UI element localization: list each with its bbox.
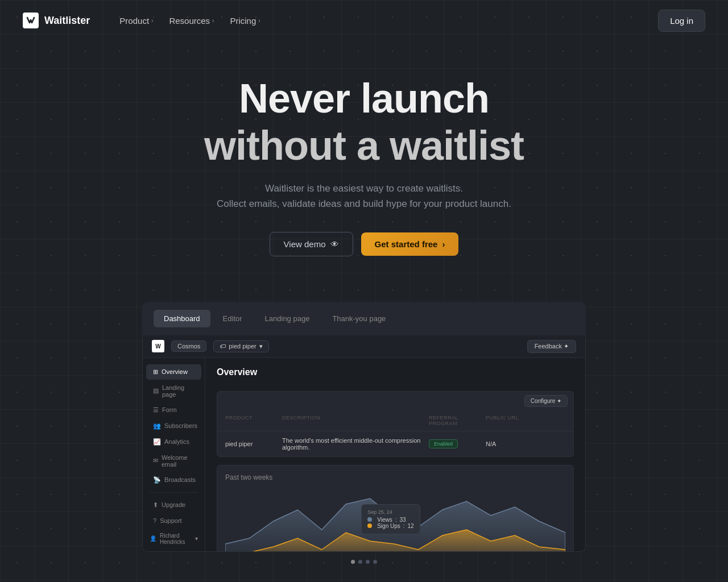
public-url: N/A	[486, 440, 531, 447]
workspace-badge: Cosmos	[171, 340, 206, 352]
overview-icon: ⊞	[153, 368, 158, 376]
app-logo-small: W	[152, 340, 164, 352]
project-selector[interactable]: 🏷 pied piper ▾	[213, 340, 268, 352]
chart-title: Past two weeks	[225, 473, 565, 481]
referral-status: Enabled	[429, 439, 486, 448]
app-body: ⊞ Overview ▤ Landing page ☰ Form 👥 Subsc…	[143, 358, 585, 551]
user-chevron-icon: ▾	[195, 535, 198, 542]
dot-3[interactable]	[366, 560, 370, 564]
app-main: Overview Configure ✦ PRODUCT DESCRIPTION…	[205, 358, 585, 551]
sidebar-item-analytics[interactable]: 📈 Analytics	[146, 434, 201, 450]
product-chevron-icon: ›	[151, 18, 153, 24]
form-icon: ☰	[153, 406, 159, 414]
chart-area: Sep 25, 24 Views: 33 Sign Ups: 12	[225, 487, 565, 551]
nav-links: Product › Resources › Pricing ›	[113, 11, 267, 30]
nav-resources[interactable]: Resources ›	[162, 11, 221, 30]
sidebar-item-overview[interactable]: ⊞ Overview	[146, 364, 201, 380]
hero-headline: Never launch without a waitlist	[23, 75, 705, 169]
email-icon: ✉	[153, 457, 158, 464]
navbar: Waitlister Product › Resources › Pricing…	[0, 0, 728, 41]
col-product: PRODUCT	[225, 415, 282, 426]
dropdown-chevron-icon: ▾	[259, 343, 263, 350]
col-description: DESCRIPTION	[282, 415, 429, 426]
product-name: pied piper	[225, 440, 282, 447]
eye-icon: 👁	[330, 239, 339, 249]
support-icon: ?	[153, 517, 156, 524]
tab-editor[interactable]: Editor	[213, 310, 253, 327]
sidebar-item-landing-page[interactable]: ▤ Landing page	[146, 380, 201, 402]
tab-dashboard[interactable]: Dashboard	[154, 310, 210, 327]
dashboard-preview: Dashboard Editor Landing page Thank-you …	[142, 302, 586, 572]
col-referral: REFERRAL PROGRAM	[429, 415, 486, 426]
hero-subtitle: Waitlister is the easiest way to create …	[23, 181, 705, 211]
tab-landing-page[interactable]: Landing page	[255, 310, 320, 327]
preview-window: W Cosmos 🏷 pied piper ▾ Feedback ✦ ⊞ Ove…	[142, 335, 586, 552]
table-header: PRODUCT DESCRIPTION REFERRAL PROGRAM PUB…	[217, 410, 573, 431]
pricing-chevron-icon: ›	[258, 18, 260, 24]
tooltip-date: Sep 25, 24	[367, 509, 413, 515]
feedback-button[interactable]: Feedback ✦	[527, 340, 576, 353]
get-started-button[interactable]: Get started free ›	[361, 232, 459, 256]
dot-1[interactable]	[351, 560, 355, 564]
chart-section: Past two weeks	[217, 465, 574, 551]
landing-page-icon: ▤	[153, 387, 159, 394]
product-description: The world's most efficient middle-out co…	[282, 437, 429, 451]
sidebar-user: 👤 Richard Hendricks ▾	[143, 529, 205, 549]
sidebar-divider	[150, 492, 198, 493]
tooltip-views-row: Views: 33	[367, 517, 413, 523]
sidebar-item-subscribers[interactable]: 👥 Subscribers	[146, 418, 201, 434]
login-button[interactable]: Log in	[658, 10, 705, 32]
tab-thank-you[interactable]: Thank-you page	[322, 310, 396, 327]
hero-buttons: View demo 👁 Get started free ›	[23, 232, 705, 256]
dot-4[interactable]	[373, 560, 377, 564]
arrow-icon: ›	[442, 239, 445, 249]
broadcasts-icon: 📡	[153, 476, 161, 484]
upgrade-icon: ⬆	[153, 501, 158, 509]
sidebar-item-welcome-email[interactable]: ✉ Welcome email	[146, 450, 201, 472]
overview-title: Overview	[217, 367, 257, 377]
logo[interactable]: Waitlister	[23, 13, 90, 28]
signups-dot-icon	[367, 523, 372, 528]
views-dot-icon	[367, 517, 372, 522]
sidebar-item-broadcasts[interactable]: 📡 Broadcasts	[146, 472, 201, 488]
nav-product[interactable]: Product ›	[113, 11, 160, 30]
configure-button[interactable]: Configure ✦	[524, 395, 568, 407]
dot-2[interactable]	[358, 560, 362, 564]
pied-piper-icon: 🏷	[220, 343, 226, 350]
chart-tooltip: Sep 25, 24 Views: 33 Sign Ups: 12	[361, 504, 420, 534]
subscribers-icon: 👥	[153, 422, 161, 430]
analytics-icon: 📈	[153, 438, 161, 446]
tooltip-signups-row: Sign Ups: 12	[367, 523, 413, 529]
nav-pricing[interactable]: Pricing ›	[223, 11, 267, 30]
resources-chevron-icon: ›	[212, 18, 214, 24]
sidebar-item-support[interactable]: ? Support	[146, 513, 201, 528]
col-url: PUBLIC URL	[486, 415, 531, 426]
sidebar-item-upgrade[interactable]: ⬆ Upgrade	[146, 497, 201, 513]
sidebar-item-form[interactable]: ☰ Form	[146, 402, 201, 418]
table-row: pied piper The world's most efficient mi…	[217, 431, 573, 456]
view-demo-button[interactable]: View demo 👁	[270, 232, 353, 256]
preview-tabs: Dashboard Editor Landing page Thank-you …	[142, 302, 586, 335]
logo-name: Waitlister	[44, 15, 90, 27]
hero-section: Never launch without a waitlist Waitlist…	[0, 41, 728, 279]
overview-table: Configure ✦ PRODUCT DESCRIPTION REFERRAL…	[217, 391, 574, 457]
nav-left: Waitlister Product › Resources › Pricing…	[23, 11, 267, 30]
app-topbar: W Cosmos 🏷 pied piper ▾ Feedback ✦	[143, 335, 585, 358]
app-sidebar: ⊞ Overview ▤ Landing page ☰ Form 👥 Subsc…	[143, 358, 205, 551]
preview-pagination-dots	[142, 552, 586, 572]
logo-icon	[23, 13, 39, 28]
user-avatar-icon: 👤	[150, 535, 156, 542]
